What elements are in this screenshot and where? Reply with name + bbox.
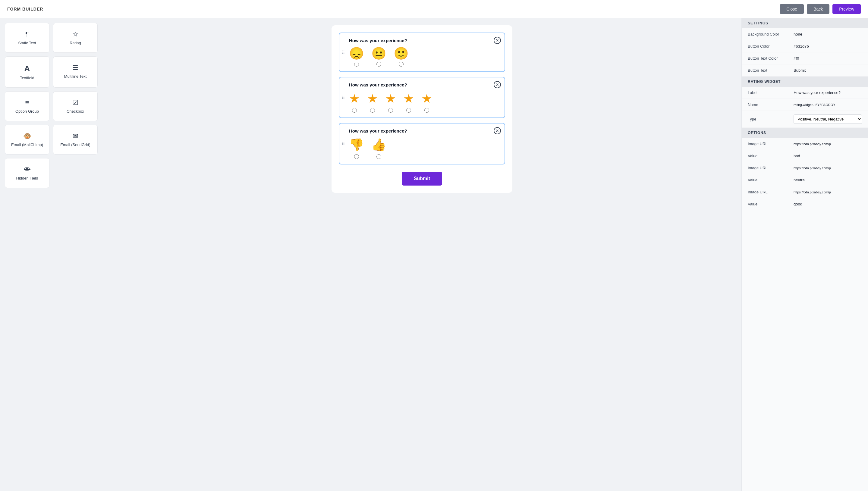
multiline-icon: ☰ [72,64,78,72]
rating-type-label: Type [748,117,790,121]
button-text-row: Button Text Submit [742,64,868,77]
widget-2-option-2: ★ [367,92,378,113]
widget-2-radio-4[interactable] [406,108,411,113]
option-2-value-value: neutral [793,178,862,182]
option-3-value-label: Value [748,202,790,206]
mailchimp-icon: 🐵 [23,132,31,140]
sidebar-label-option-group: Option Group [16,109,39,114]
widget-2-option-5: ★ [421,92,432,113]
star-3: ★ [385,92,396,106]
header: FORM BUILDER Close Back Preview [0,0,868,18]
widget-1-label: How was your experience? [344,38,500,43]
widget-1-radio-neutral[interactable] [376,62,381,66]
sendgrid-icon: ✉ [73,132,78,140]
sidebar-label-textfield: Textfield [20,76,34,80]
star-1: ★ [349,92,360,106]
option-1-value-label: Value [748,154,790,158]
sidebar-item-static-text[interactable]: ¶ Static Text [5,23,50,53]
button-text-value: Submit [793,68,862,73]
widget-1-option-good: 🙂 [394,47,409,66]
sidebar-item-textfield[interactable]: A Textfield [5,56,50,88]
sidebar-label-static-text: Static Text [18,41,36,45]
sidebar-item-rating[interactable]: ☆ Rating [53,23,97,53]
option-2-value-row: Value neutral [742,174,868,186]
form-canvas: ⠿ ✕ How was your experience? 😞 😐 🙂 [103,18,741,491]
right-panel: SETTINGS Background Color none Button Co… [741,18,868,491]
sidebar-item-checkbox[interactable]: ☑ Checkbox [53,91,97,121]
drag-handle-2[interactable]: ⠿ [342,95,345,100]
option-1-value-value: bad [793,154,862,158]
button-color-value: #631d7b [793,44,862,49]
widget-1-radio-good[interactable] [399,62,403,66]
sidebar-item-multiline-text[interactable]: ☰ Multiline Text [53,56,97,88]
option-1-value-row: Value bad [742,150,868,162]
option-group-1: Image URL https://cdn.pixabay.com/p Valu… [742,138,868,162]
widget-stars: ⠿ ✕ How was your experience? ★ ★ ★ [339,77,505,118]
rating-name-value: rating-widget-L5Y6PAOROY [793,103,862,107]
preview-button[interactable]: Preview [833,4,861,14]
option-2-image-url-value: https://cdn.pixabay.com/p [793,166,862,170]
option-group-3: Image URL https://cdn.pixabay.com/p Valu… [742,186,868,210]
widget-1-option-bad: 😞 [349,47,364,66]
widget-3-label: How was your experience? [344,128,500,134]
rating-widget-section-header: RATING WIDGET [742,77,868,87]
option-1-image-url-value: https://cdn.pixabay.com/p [793,142,862,146]
rating-type-row: Type Positive, Neutral, Negative Stars T… [742,111,868,128]
sidebar-label-checkbox: Checkbox [66,109,84,114]
widget-emoji: ⠿ ✕ How was your experience? 😞 😐 🙂 [339,32,505,72]
option-3-value-row: Value good [742,198,868,210]
widget-3-radio-up[interactable] [376,154,381,159]
widget-2-radio-1[interactable] [352,108,357,113]
widget-3-option-up: 👍 [371,138,386,159]
checkbox-icon: ☑ [72,99,78,107]
textfield-icon: A [24,64,30,73]
sidebar-label-email-sendgrid: Email (SendGrid) [60,143,90,147]
settings-section-header: SETTINGS [742,18,868,28]
sidebar-item-option-group[interactable]: ≡ Option Group [5,91,50,121]
widget-3-radio-down[interactable] [354,154,359,159]
drag-handle-1[interactable]: ⠿ [342,50,345,55]
rating-label-value: How was your experience? [793,90,862,95]
close-button[interactable]: Close [780,4,804,14]
sidebar-grid: ¶ Static Text ☆ Rating A Textfield ☰ Mul… [5,23,97,188]
rating-name-label: Name [748,103,790,107]
emoji-neutral: 😐 [371,47,386,59]
sidebar-item-hidden-field[interactable]: 👁 Hidden Field [5,158,50,188]
rating-label-label: Label [748,90,790,95]
star-outline-icon: ☆ [72,30,78,38]
sidebar-item-email-mailchimp[interactable]: 🐵 Email (MailChimp) [5,125,50,154]
button-text-color-row: Button Text Color #fff [742,52,868,64]
close-widget-2[interactable]: ✕ [494,81,501,88]
star-5: ★ [421,92,432,106]
thumbs-up-icon: 👍 [371,138,386,152]
widget-1-option-neutral: 😐 [371,47,386,66]
close-widget-1[interactable]: ✕ [494,37,501,44]
background-color-value: none [793,32,862,36]
back-button[interactable]: Back [807,4,830,14]
submit-button[interactable]: Submit [402,172,442,185]
sidebar-label-rating: Rating [69,41,81,45]
option-group-2: Image URL https://cdn.pixabay.com/p Valu… [742,162,868,186]
sidebar-label-hidden-field: Hidden Field [16,176,38,180]
close-widget-3[interactable]: ✕ [494,127,501,134]
option-2-image-url-row: Image URL https://cdn.pixabay.com/p [742,162,868,174]
sidebar: ¶ Static Text ☆ Rating A Textfield ☰ Mul… [0,18,103,491]
widget-2-radio-5[interactable] [424,108,429,113]
widget-2-radio-3[interactable] [388,108,393,113]
sidebar-item-email-sendgrid[interactable]: ✉ Email (SendGrid) [53,125,97,154]
widget-thumbs: ⠿ ✕ How was your experience? 👎 👍 [339,123,505,165]
drag-handle-3[interactable]: ⠿ [342,141,345,146]
background-color-row: Background Color none [742,28,868,40]
widget-2-option-1: ★ [349,92,360,113]
star-2: ★ [367,92,378,106]
button-color-row: Button Color #631d7b [742,40,868,52]
form-container: ⠿ ✕ How was your experience? 😞 😐 🙂 [332,25,512,193]
thumbs-down-icon: 👎 [349,138,364,152]
widget-1-radio-bad[interactable] [354,62,359,66]
widget-2-radio-2[interactable] [370,108,375,113]
button-text-color-value: #fff [793,56,862,61]
rating-type-select[interactable]: Positive, Neutral, Negative Stars Thumbs [793,114,862,124]
paragraph-icon: ¶ [25,30,29,38]
star-4: ★ [403,92,414,106]
option-1-image-url-row: Image URL https://cdn.pixabay.com/p [742,138,868,150]
